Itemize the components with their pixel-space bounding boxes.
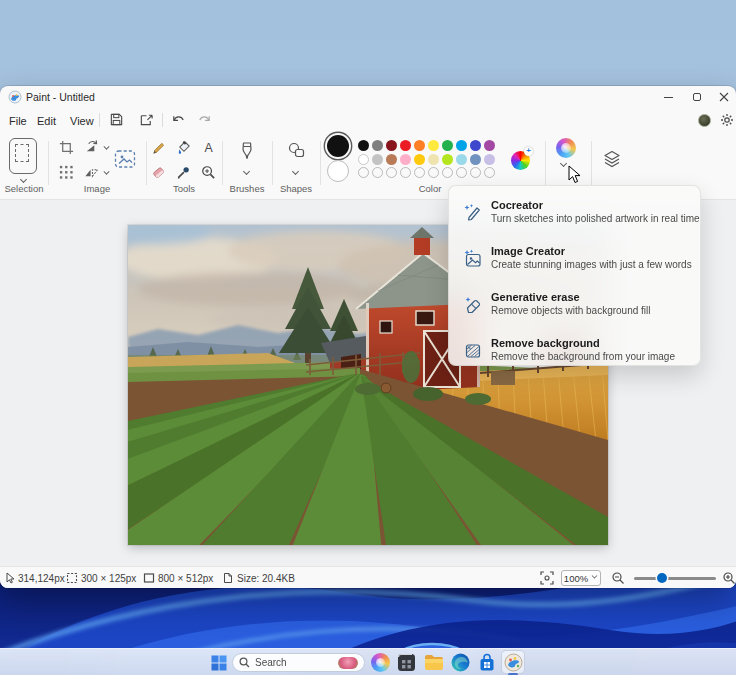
divider	[591, 141, 592, 185]
palette-swatch-empty[interactable]	[428, 167, 439, 178]
menu-item-generative-erase[interactable]: Generative erase Remove objects with bac…	[453, 284, 698, 328]
zoom-slider-thumb[interactable]	[657, 573, 667, 583]
task-view-icon[interactable]	[396, 652, 417, 673]
palette-swatch-empty[interactable]	[358, 167, 369, 178]
copilot-dropdown-menu: Cocreator Turn sketches into polished ar…	[448, 185, 701, 366]
close-icon	[719, 92, 729, 102]
account-avatar[interactable]	[698, 114, 711, 127]
palette-swatch[interactable]	[358, 140, 369, 151]
chevron-down-icon[interactable]	[292, 169, 299, 176]
search-daily-image[interactable]	[338, 657, 358, 669]
store-bag-icon	[478, 653, 496, 672]
cocreator-icon	[463, 203, 483, 223]
divider	[545, 141, 546, 185]
palette-swatch[interactable]	[428, 140, 439, 151]
rotate-icon[interactable]	[83, 139, 100, 156]
color1-swatch[interactable]	[327, 135, 349, 157]
menu-item-cocreator[interactable]: Cocreator Turn sketches into polished ar…	[453, 192, 698, 236]
palette-swatch[interactable]	[456, 140, 467, 151]
palette-swatch[interactable]	[428, 154, 439, 165]
search-box[interactable]: Search	[232, 653, 365, 672]
palette-swatch[interactable]	[442, 140, 453, 151]
menu-view[interactable]: View	[66, 112, 98, 129]
palette-swatch-empty[interactable]	[442, 167, 453, 178]
share-icon[interactable]	[139, 112, 154, 127]
save-icon[interactable]	[109, 112, 124, 127]
color2-swatch[interactable]	[327, 160, 349, 182]
selection-size-value: 300 × 125px	[81, 573, 136, 584]
magnifier-icon[interactable]	[200, 164, 217, 181]
zoom-out-icon[interactable]	[611, 571, 625, 585]
chevron-down-icon[interactable]	[560, 161, 567, 168]
divider	[272, 141, 273, 185]
shapes-icon[interactable]	[287, 141, 306, 160]
palette-swatch-empty[interactable]	[400, 167, 411, 178]
menu-item-image-creator[interactable]: Image Creator Create stunning images wit…	[453, 238, 698, 282]
palette-swatch[interactable]	[456, 154, 467, 165]
edge-browser-icon[interactable]	[450, 652, 471, 673]
close-button[interactable]	[712, 86, 736, 108]
settings-gear-icon[interactable]	[720, 113, 734, 127]
maximize-button[interactable]	[683, 86, 711, 108]
chevron-down-icon[interactable]	[104, 145, 110, 151]
chevron-down-icon[interactable]	[243, 169, 250, 176]
resize-icon[interactable]	[58, 164, 75, 181]
microsoft-store-icon[interactable]	[476, 652, 497, 673]
copilot-button[interactable]	[556, 138, 576, 158]
fit-to-screen-icon[interactable]	[540, 571, 554, 585]
file-explorer-icon[interactable]	[423, 652, 444, 673]
crop-icon[interactable]	[58, 139, 75, 156]
layers-icon[interactable]	[602, 149, 622, 169]
undo-icon[interactable]	[171, 112, 186, 127]
menu-item-title: Remove background	[491, 337, 600, 349]
palette-swatch[interactable]	[386, 154, 397, 165]
palette-swatch-empty[interactable]	[372, 167, 383, 178]
palette-swatch-empty[interactable]	[484, 167, 495, 178]
palette-swatch[interactable]	[386, 140, 397, 151]
text-tool-icon[interactable]: A	[200, 139, 217, 156]
palette-swatch[interactable]	[484, 154, 495, 165]
fill-icon[interactable]	[175, 139, 192, 156]
chevron-down-icon[interactable]	[104, 170, 110, 176]
menu-file[interactable]: File	[5, 112, 31, 129]
zoom-level-dropdown[interactable]: 100%	[561, 570, 601, 586]
palette-swatch[interactable]	[484, 140, 495, 151]
zoom-in-icon[interactable]	[722, 571, 736, 585]
brushes-icon[interactable]	[238, 141, 256, 161]
palette-swatch[interactable]	[470, 140, 481, 151]
pencil-icon[interactable]	[150, 139, 167, 156]
eraser-icon[interactable]	[150, 164, 167, 181]
taskbar: Search	[0, 648, 736, 675]
titlebar[interactable]: Paint - Untitled	[0, 86, 736, 108]
menu-item-remove-background[interactable]: Remove background Remove the background …	[453, 330, 698, 374]
palette-swatch-empty[interactable]	[470, 167, 481, 178]
palette-swatch-empty[interactable]	[414, 167, 425, 178]
palette-swatch[interactable]	[442, 154, 453, 165]
palette-swatch[interactable]	[372, 140, 383, 151]
redo-icon[interactable]	[197, 112, 212, 127]
palette-swatch[interactable]	[414, 154, 425, 165]
eyedropper-icon[interactable]	[175, 164, 192, 181]
palette-swatch[interactable]	[414, 140, 425, 151]
palette-swatch[interactable]	[470, 154, 481, 165]
palette-swatch[interactable]	[372, 154, 383, 165]
palette-swatch[interactable]	[358, 154, 369, 165]
selection-tool-icon[interactable]	[9, 138, 37, 174]
divider	[99, 113, 100, 127]
palette-swatch[interactable]	[400, 140, 411, 151]
image-properties-icon[interactable]	[114, 149, 136, 169]
taskbar-copilot-icon[interactable]	[370, 652, 391, 673]
palette-swatch-empty[interactable]	[386, 167, 397, 178]
palette-swatch-empty[interactable]	[456, 167, 467, 178]
palette-swatch[interactable]	[400, 154, 411, 165]
minimize-button[interactable]	[654, 86, 682, 108]
menu-item-desc: Remove the background from your image	[491, 351, 675, 362]
start-button[interactable]	[208, 652, 229, 673]
paint-taskbar-icon[interactable]	[503, 652, 524, 673]
flip-icon[interactable]	[83, 164, 100, 181]
file-size-value: Size: 20.4KB	[237, 573, 295, 584]
menu-edit[interactable]: Edit	[33, 112, 60, 129]
zoom-slider[interactable]	[634, 577, 716, 580]
group-label-selection: Selection	[0, 183, 48, 194]
search-icon	[239, 657, 250, 668]
